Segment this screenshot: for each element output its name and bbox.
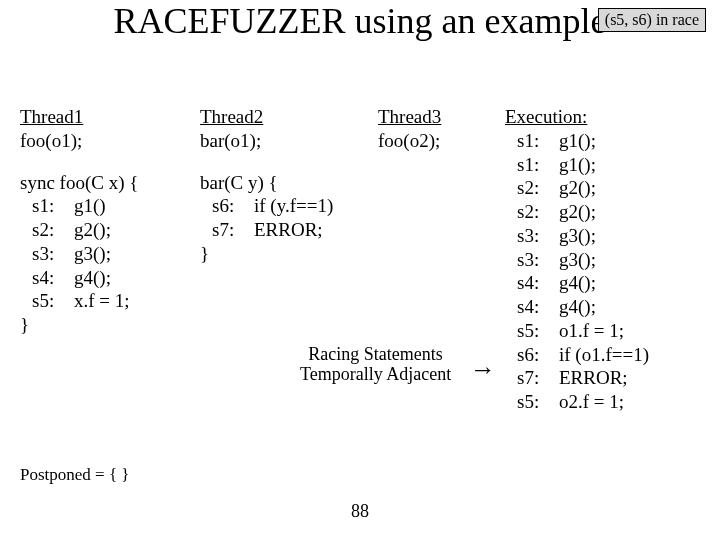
thread1-col: Thread1 foo(o1); sync foo(C x) { s1:g1()… <box>20 105 190 337</box>
execution-step: s4:g4(); <box>505 271 715 295</box>
foo-code: sync foo(C x) { s1:g1() s2:g2(); s3:g3()… <box>20 171 190 337</box>
callout-line1: Racing Statements <box>300 345 451 365</box>
arrow-icon: → <box>470 355 496 385</box>
execution-step: s5:o1.f = 1; <box>505 319 715 343</box>
execution-step: s2:g2(); <box>505 200 715 224</box>
postponed-label: Postponed = { } <box>20 465 130 485</box>
bar-code: bar(C y) { s6:if (y.f==1) s7: ERROR; } <box>200 171 370 266</box>
thread3-header: Thread3 <box>378 105 498 129</box>
callout: Racing Statements Temporally Adjacent <box>300 345 451 385</box>
foo-close: } <box>20 313 190 337</box>
foo-sig: sync foo(C x) { <box>20 171 190 195</box>
thread1-call: foo(o1); <box>20 129 190 153</box>
thread3-col: Thread3 foo(o2); <box>378 105 498 153</box>
bar-sig: bar(C y) { <box>200 171 370 195</box>
thread1-header: Thread1 <box>20 105 190 129</box>
execution-step: s3:g3(); <box>505 224 715 248</box>
execution-step: s7: ERROR; <box>505 366 715 390</box>
execution-header: Execution: <box>505 105 715 129</box>
execution-step: s1:g1(); <box>505 129 715 153</box>
callout-line2: Temporally Adjacent <box>300 365 451 385</box>
execution-step: s6:if (o1.f==1) <box>505 343 715 367</box>
slide: RACEFUZZER using an example (s5, s6) in … <box>0 0 720 540</box>
thread2-call: bar(o1); <box>200 129 370 153</box>
bar-close: } <box>200 242 370 266</box>
execution-step: s2:g2(); <box>505 176 715 200</box>
thread2-header: Thread2 <box>200 105 370 129</box>
execution-step: s1:g1(); <box>505 153 715 177</box>
execution-steps: s1:g1();s1:g1();s2:g2();s2:g2();s3:g3();… <box>505 129 715 414</box>
execution-step: s3:g3(); <box>505 248 715 272</box>
thread2-col: Thread2 bar(o1); bar(C y) { s6:if (y.f==… <box>200 105 370 266</box>
execution-step: s4:g4(); <box>505 295 715 319</box>
thread3-call: foo(o2); <box>378 129 498 153</box>
page-number: 88 <box>0 501 720 522</box>
race-tag: (s5, s6) in race <box>598 8 706 32</box>
execution-col: Execution: s1:g1();s1:g1();s2:g2();s2:g2… <box>505 105 715 414</box>
execution-step: s5:o2.f = 1; <box>505 390 715 414</box>
